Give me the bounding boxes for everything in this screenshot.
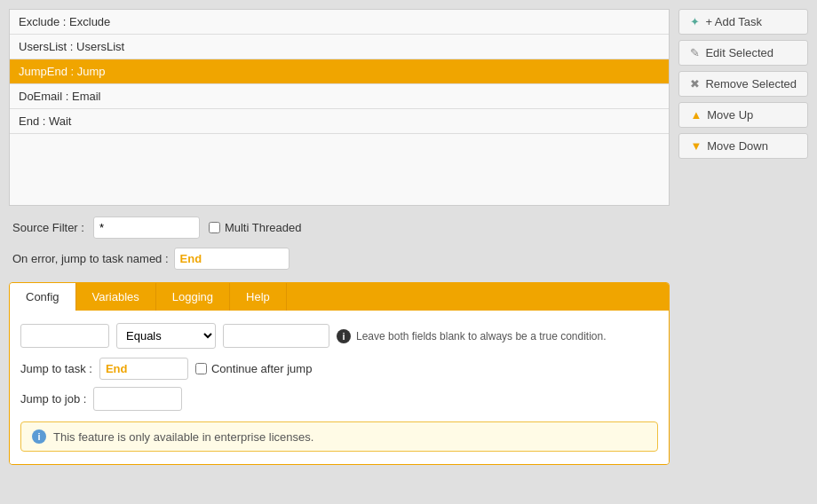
task-label-3: DoEmail : Email bbox=[19, 90, 100, 103]
move-down-label: Move Down bbox=[707, 139, 768, 153]
filter-label: Source Filter : bbox=[12, 221, 84, 234]
edit-icon: ✎ bbox=[690, 46, 700, 59]
condition-row: Equals Not Equals Contains Greater Than … bbox=[20, 323, 658, 349]
jump-to-job-label: Jump to job : bbox=[20, 392, 86, 406]
tabs-header: Config Variables Logging Help bbox=[10, 283, 669, 311]
task-item-0[interactable]: Exclude : Exclude bbox=[10, 10, 669, 35]
task-item-2[interactable]: JumpEnd : Jump bbox=[10, 59, 669, 84]
enterprise-notice-text: This feature is only available in enterp… bbox=[53, 430, 313, 444]
error-label: On error, jump to task named : bbox=[12, 252, 169, 265]
task-item-3[interactable]: DoEmail : Email bbox=[10, 84, 669, 109]
condition-note-text: Leave both fields blank to always be a t… bbox=[356, 330, 607, 343]
task-list: Exclude : Exclude UsersList : UsersList … bbox=[9, 9, 670, 206]
tab-help[interactable]: Help bbox=[230, 283, 287, 311]
tab-config[interactable]: Config bbox=[10, 283, 76, 311]
error-row: On error, jump to task named : bbox=[9, 248, 670, 270]
add-task-label: + Add Task bbox=[705, 15, 762, 28]
condition-note: i Leave both fields blank to always be a… bbox=[337, 329, 607, 343]
move-down-icon: ▼ bbox=[690, 139, 702, 153]
tab-content: Equals Not Equals Contains Greater Than … bbox=[10, 311, 669, 464]
task-item-4[interactable]: End : Wait bbox=[10, 109, 669, 134]
main-page: Exclude : Exclude UsersList : UsersList … bbox=[0, 0, 817, 504]
remove-icon: ✖ bbox=[690, 77, 700, 91]
task-item-1[interactable]: UsersList : UsersList bbox=[10, 35, 669, 59]
error-jump-input[interactable] bbox=[174, 248, 290, 270]
task-label-4: End : Wait bbox=[19, 114, 71, 128]
remove-selected-label: Remove Selected bbox=[705, 77, 797, 91]
jump-to-job-row: Jump to job : bbox=[20, 387, 658, 411]
continue-after-jump-checkbox[interactable] bbox=[195, 363, 207, 374]
remove-selected-button[interactable]: ✖ Remove Selected bbox=[678, 71, 808, 97]
tabs-section: Config Variables Logging Help bbox=[9, 282, 670, 465]
condition-right-input[interactable] bbox=[223, 324, 329, 348]
jump-to-task-row: Jump to task : Continue after jump bbox=[20, 358, 658, 380]
edit-selected-button[interactable]: ✎ Edit Selected bbox=[678, 40, 808, 66]
jump-to-task-input[interactable] bbox=[99, 358, 188, 380]
source-filter-input[interactable] bbox=[93, 217, 200, 239]
filter-row: Source Filter : Multi Threaded bbox=[9, 217, 670, 239]
task-label-1: UsersList : UsersList bbox=[19, 40, 124, 53]
move-up-icon: ▲ bbox=[690, 108, 702, 122]
continue-after-jump-label: Continue after jump bbox=[195, 362, 312, 375]
tab-logging[interactable]: Logging bbox=[156, 283, 230, 311]
move-up-label: Move Up bbox=[707, 108, 753, 122]
multi-threaded-label: Multi Threaded bbox=[209, 221, 301, 234]
task-label-0: Exclude : Exclude bbox=[19, 15, 110, 28]
content-area: Exclude : Exclude UsersList : UsersList … bbox=[9, 9, 808, 465]
multi-threaded-checkbox[interactable] bbox=[209, 222, 220, 233]
multi-threaded-text: Multi Threaded bbox=[225, 221, 301, 234]
jump-to-job-input[interactable] bbox=[93, 387, 182, 411]
condition-operator-select[interactable]: Equals Not Equals Contains Greater Than … bbox=[116, 323, 216, 349]
task-label-2: JumpEnd : Jump bbox=[19, 65, 106, 78]
task-list-spacer bbox=[10, 134, 669, 205]
continue-after-jump-text: Continue after jump bbox=[211, 362, 312, 375]
sidebar-buttons: ✦ + Add Task ✎ Edit Selected ✖ Remove Se… bbox=[678, 9, 808, 159]
enterprise-info-icon: i bbox=[32, 429, 46, 444]
move-up-button[interactable]: ▲ Move Up bbox=[678, 102, 808, 128]
move-down-button[interactable]: ▼ Move Down bbox=[678, 133, 808, 159]
add-task-button[interactable]: ✦ + Add Task bbox=[678, 9, 808, 35]
jump-to-task-label: Jump to task : bbox=[20, 362, 92, 375]
left-panel: Exclude : Exclude UsersList : UsersList … bbox=[9, 9, 670, 465]
add-task-icon: ✦ bbox=[690, 15, 700, 28]
info-icon: i bbox=[337, 329, 351, 343]
edit-selected-label: Edit Selected bbox=[705, 46, 773, 59]
condition-left-input[interactable] bbox=[20, 324, 109, 348]
enterprise-notice: i This feature is only available in ente… bbox=[20, 421, 658, 452]
tab-variables[interactable]: Variables bbox=[76, 283, 156, 311]
